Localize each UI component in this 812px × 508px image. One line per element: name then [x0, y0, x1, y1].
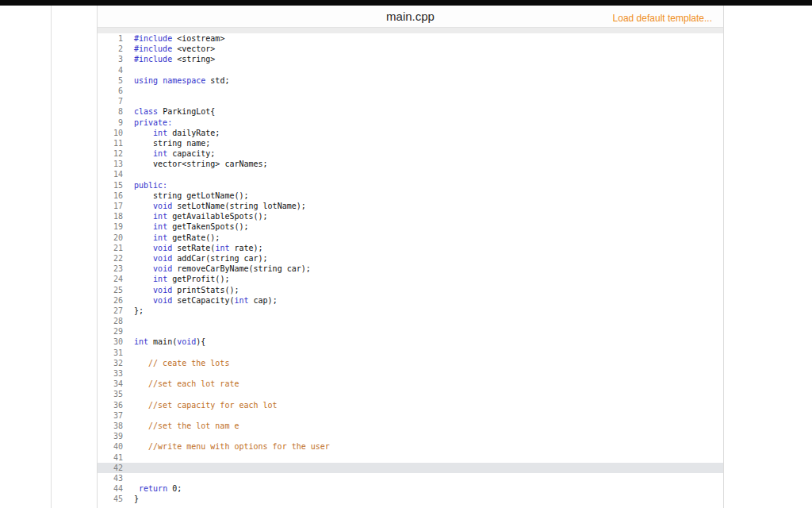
line-number: 36 [98, 400, 129, 410]
code-line: 45} [98, 494, 723, 504]
code-line-text: int capacity; [129, 148, 215, 159]
line-number: 31 [98, 348, 129, 358]
code-line-text: return 0; [129, 483, 182, 494]
left-divider [51, 6, 52, 508]
line-number: 24 [98, 274, 129, 284]
code-line: 7 [98, 96, 723, 106]
code-line-text: string name; [129, 138, 210, 148]
code-line: 20 int getRate(); [98, 233, 723, 243]
code-line-text: int getProfit(); [129, 274, 229, 284]
line-number: 8 [98, 106, 129, 117]
code-line: 19 int getTakenSpots(); [98, 221, 723, 232]
code-line: 6 [98, 86, 723, 96]
code-line: 28 [98, 316, 723, 326]
code-line: 32 // ceate the lots [98, 358, 723, 368]
code-line-text: class ParkingLot{ [129, 106, 215, 117]
line-number: 41 [98, 452, 129, 463]
code-line-text: //set the lot nam e [129, 421, 239, 431]
code-line: 2#include <vector> [98, 44, 723, 54]
code-line: 33 [98, 368, 723, 379]
code-line-text: #include <iostream> [129, 33, 224, 44]
line-number: 23 [98, 264, 129, 274]
code-line-text: void setLotName(string lotName); [129, 201, 306, 211]
line-number: 18 [98, 211, 129, 221]
code-editor[interactable]: 1#include <iostream>2#include <vector>3#… [98, 33, 723, 504]
code-line: 30int main(void){ [98, 337, 723, 347]
line-number: 26 [98, 295, 129, 306]
code-line-text: void addCar(string car); [129, 253, 268, 264]
top-bar [0, 0, 812, 6]
code-line: 10 int dailyRate; [98, 128, 723, 138]
code-line-text: //set each lot rate [129, 379, 239, 389]
line-number: 38 [98, 421, 129, 431]
code-line-text: }; [129, 306, 144, 316]
line-number: 1 [98, 33, 129, 44]
code-line: 40 //write menu with options for the use… [98, 441, 723, 452]
code-line: 23 void removeCarByName(string car); [98, 264, 723, 274]
code-line-text: int dailyRate; [129, 128, 220, 138]
code-line: 25 void printStats(); [98, 285, 723, 295]
code-line: 1#include <iostream> [98, 33, 723, 44]
code-line: 29 [98, 326, 723, 337]
code-line: 4 [98, 65, 723, 75]
code-line: 24 int getProfit(); [98, 274, 723, 284]
line-number: 37 [98, 410, 129, 421]
line-number: 33 [98, 368, 129, 379]
line-number: 3 [98, 54, 129, 64]
code-line-text: // ceate the lots [129, 358, 229, 368]
line-number: 20 [98, 233, 129, 243]
line-number: 32 [98, 358, 129, 368]
code-line: 12 int capacity; [98, 148, 723, 159]
load-default-template-link[interactable]: Load default template... [613, 13, 712, 24]
code-line-text: private: [129, 117, 172, 128]
code-line-text: } [129, 494, 139, 504]
line-number: 19 [98, 221, 129, 232]
line-number: 25 [98, 285, 129, 295]
code-line-text: using namespace std; [129, 75, 229, 86]
line-number: 12 [98, 148, 129, 159]
code-line: 15public: [98, 180, 723, 190]
code-line-text: void setCapacity(int cap); [129, 295, 278, 306]
code-line: 35 [98, 389, 723, 399]
code-line-text: int main(void){ [129, 337, 205, 347]
line-number: 17 [98, 201, 129, 211]
code-line: 26 void setCapacity(int cap); [98, 295, 723, 306]
code-line-text: void removeCarByName(string car); [129, 264, 311, 274]
code-lines: 1#include <iostream>2#include <vector>3#… [98, 33, 723, 504]
line-number: 43 [98, 473, 129, 483]
code-line-text: vector<string> carNames; [129, 159, 268, 169]
code-line-text: void printStats(); [129, 285, 239, 295]
line-number: 14 [98, 169, 129, 179]
code-line: 11 string name; [98, 138, 723, 148]
line-number: 22 [98, 253, 129, 264]
code-line: 14 [98, 169, 723, 179]
code-line: 42 [98, 463, 723, 473]
line-number: 2 [98, 44, 129, 54]
code-line-text: int getAvailableSpots(); [129, 211, 268, 221]
line-number: 45 [98, 494, 129, 504]
code-line: 37 [98, 410, 723, 421]
code-line-text: //set capacity for each lot [129, 400, 278, 410]
code-line-text: #include <vector> [129, 44, 215, 54]
code-line: 39 [98, 431, 723, 441]
code-line: 41 [98, 452, 723, 463]
line-number: 35 [98, 389, 129, 399]
code-line: 9private: [98, 117, 723, 128]
code-line: 21 void setRate(int rate); [98, 243, 723, 253]
code-line-text: //write menu with options for the user [129, 441, 330, 452]
line-number: 40 [98, 441, 129, 452]
code-line: 43 [98, 473, 723, 483]
line-number: 34 [98, 379, 129, 389]
code-line: 18 int getAvailableSpots(); [98, 211, 723, 221]
line-number: 16 [98, 190, 129, 201]
code-line: 34 //set each lot rate [98, 379, 723, 389]
code-line-text: void setRate(int rate); [129, 243, 263, 253]
line-number: 13 [98, 159, 129, 169]
editor-card: main.cpp Load default template... 1#incl… [97, 6, 724, 508]
line-number: 21 [98, 243, 129, 253]
code-line-text: int getTakenSpots(); [129, 221, 249, 232]
line-number: 7 [98, 96, 129, 106]
header-separator [98, 28, 723, 33]
code-line: 17 void setLotName(string lotName); [98, 201, 723, 211]
code-line-text: #include <string> [129, 54, 215, 64]
